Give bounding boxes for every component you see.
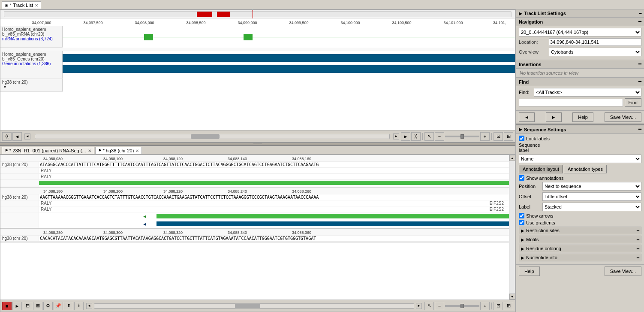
h-scrollbar[interactable] [35,134,390,139]
nucleotide-info-row[interactable]: ▶ Nucleotide info ━ [519,254,641,261]
seq-hscroll-right[interactable]: ► [416,303,422,309]
overview-dropdown[interactable]: Cytobands [549,48,641,56]
seq-cursor-btn[interactable]: ↖ [424,302,434,310]
cursor-tool-btn[interactable]: ↖ [424,132,434,141]
restriction-sites-btn[interactable]: ━ [637,228,639,233]
show-annotations-checkbox[interactable] [519,175,524,181]
vscroll-down[interactable]: ▼ [509,294,515,300]
scroll-right-btn[interactable]: ► [401,132,410,141]
track-list-tab-close[interactable]: ✕ [35,3,38,8]
scroll-right-end-btn[interactable]: ⟩⟩ [411,132,421,141]
overview-track[interactable] [4,11,512,17]
location-input[interactable] [549,38,641,46]
navigation-header[interactable]: Navigation ━ [516,18,644,26]
gene-count-link[interactable]: Gene annotations (1,386) [2,61,51,66]
seq-zoom-slider[interactable] [445,305,479,307]
find-button[interactable]: Find [625,98,641,107]
find-text-input[interactable] [519,99,623,106]
overview-marker2 [217,12,230,17]
hscroll-right[interactable]: ► [393,133,399,139]
residue-coloring-btn[interactable]: ━ [637,246,639,251]
ann-types-btn[interactable]: Annotation types [564,165,607,173]
hg38-tab[interactable]: ⚑ * hg38 (chr 20) ✕ [95,147,142,154]
find-title: Find [519,79,529,85]
residue-coloring-icon: ▶ [521,246,524,251]
seq-layout-btn[interactable]: ⊟ [23,302,32,310]
seq-settings-header[interactable]: ▶ Sequence Settings ━ [516,125,644,134]
seq-ann-row-2a: RALY EIF2S2 [0,200,509,206]
show-arrows-checkbox[interactable] [519,213,524,218]
seq-save-view-btn[interactable]: Save View... [605,267,641,276]
seq-help-btn[interactable]: Help [519,267,540,276]
ann-layout-btn[interactable]: Annotation layout [519,165,563,173]
insertions-collapse-btn[interactable]: ━ [638,61,641,67]
seq-select-btn[interactable]: ⊡ [494,302,503,310]
seq-zoom-region-btn[interactable]: ⊞ [504,302,513,310]
offset-dropdown[interactable]: Little offset [542,192,641,201]
stop-btn[interactable]: ■ [2,302,12,310]
find-tracks-dropdown[interactable]: <All Tracks> [534,88,641,97]
seq-label-dropdown[interactable]: Name [519,154,641,163]
seq-zoom-in-btn[interactable]: + [480,302,490,310]
seq-export-btn[interactable]: ⬆ [64,302,73,310]
zoom-out-btn[interactable]: − [435,132,444,141]
show-arrows-label: Show arrows [526,213,554,218]
gene-track-content[interactable] [63,51,515,79]
hg38-track-content[interactable] [63,79,515,92]
help-btn[interactable]: Help [572,112,593,122]
find-header[interactable]: Find ━ [516,78,644,86]
save-view-btn[interactable]: Save View... [605,112,641,122]
mrna-count-link[interactable]: mRNA annotations (3,724) [2,36,53,41]
overview-row: Overview Cytobands [519,48,641,56]
label-dropdown[interactable]: Stacked [542,203,641,211]
seq-vscrollbar[interactable]: ▲ ▼ [509,155,515,300]
tls-collapse-btn[interactable]: ━ [639,11,641,16]
nav-back-btn[interactable]: ◄ [519,112,535,122]
seq-h-scrollbar[interactable] [94,303,414,309]
motifs-btn[interactable]: ━ [637,237,639,242]
restriction-sites-row[interactable]: ▶ Restriction sites ━ [519,227,641,234]
nucleotide-info-btn[interactable]: ━ [637,255,639,260]
rnaseq-tab-close[interactable]: ✕ [88,148,91,153]
seq-coord-1-4: 34,088,140 [228,157,247,161]
use-gradients-checkbox[interactable] [519,220,524,225]
find-collapse-btn[interactable]: ━ [638,79,641,85]
seq-settings-btn[interactable]: ⚙ [43,302,53,310]
seq-hscroll-left[interactable]: ◄ [86,303,92,309]
hscroll-left[interactable]: ◄ [24,133,30,139]
seq-row-3-label: hg38 (chr 20) [0,236,39,241]
residue-coloring-row[interactable]: ▶ Residue coloring ━ [519,245,641,252]
lock-labels-checkbox[interactable] [519,136,524,141]
select-tool-btn[interactable]: ⊡ [494,132,503,141]
mrna-track-content[interactable] [63,26,515,48]
motifs-row[interactable]: ▶ Motifs ━ [519,236,641,243]
nav-collapse-btn[interactable]: ━ [638,19,641,24]
seq-coord-1-5: 34,088,160 [292,157,311,161]
nav-fwd-btn[interactable]: ► [546,112,562,122]
scroll-left-start-btn[interactable]: ⟨⟨ [2,132,12,141]
hg38-expand-btn[interactable]: ▾ [4,85,60,89]
seq-ann-1a-label [0,168,39,173]
vscroll-up[interactable]: ▲ [509,155,515,161]
zoom-region-btn[interactable]: ⊞ [504,132,513,141]
scroll-left-btn[interactable]: ◄ [12,132,22,141]
seq-pin-btn[interactable]: 📌 [54,302,63,310]
seq-zoom-out-btn[interactable]: − [435,302,444,310]
play-btn[interactable]: ► [12,302,22,310]
zoom-in-btn[interactable]: + [480,132,490,141]
nav-dropdown[interactable]: 20_0..64444167 (64,444,167bp) [519,28,641,36]
seq-zoom-btn[interactable]: ⊠ [33,302,42,310]
track-list-tab[interactable]: ▣ * Track List ✕ [2,1,41,9]
insertions-header[interactable]: Insertions ━ [516,60,644,69]
vscroll-track[interactable] [509,161,515,294]
zoom-slider[interactable] [445,136,479,137]
seq-settings-collapse-btn[interactable]: ━ [638,127,641,132]
seq-bar-label-2b [0,220,39,228]
rnaseq-tab[interactable]: ⚑ * 23N_R1_001 (paired) RNA-Seq (... ✕ [2,147,94,154]
hg38-tab-close[interactable]: ✕ [135,148,139,153]
motifs-label: Motifs [526,237,637,242]
position-dropdown[interactable]: Next to sequence [542,182,641,191]
seq-info-btn[interactable]: ℹ [74,302,84,310]
gene-label-line3: Gene annotations (1,386) [2,61,60,66]
overview-bar[interactable] [0,10,515,18]
